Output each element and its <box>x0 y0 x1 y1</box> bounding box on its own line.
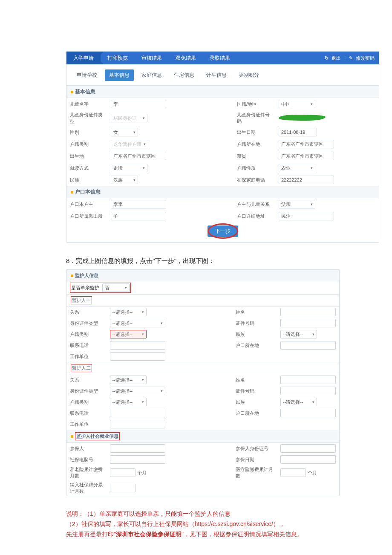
ss-form: 参保人 参保人身份证号 社保电脑号 参保日期 养老险累计缴费月数 个月 医疗险缴… <box>66 443 339 496</box>
ethnic-label: 民族 <box>66 174 107 186</box>
nav-item-admission-result[interactable]: 录取结果 <box>203 52 237 64</box>
g1-idno-input[interactable] <box>280 319 336 327</box>
study-mode-label: 就读方式 <box>66 162 107 174</box>
note-bold: 深圳市社会保险参保证明 <box>116 531 182 538</box>
note-line-3a: 先注册再登录打印" <box>66 531 116 538</box>
g2-idno-input[interactable] <box>280 387 336 395</box>
g2-ethnic-select[interactable]: --请选择--▾ <box>280 398 317 406</box>
g1-ethnic-select[interactable]: --请选择--▾ <box>280 330 317 338</box>
g1-hkloc-input[interactable] <box>280 341 336 350</box>
study-mode-select[interactable]: 走读▾ <box>111 164 147 172</box>
g1-relation-label: 关系 <box>66 306 107 318</box>
ss-date-label: 参保日期 <box>232 454 277 465</box>
dob-input[interactable] <box>279 128 317 136</box>
nationality-select[interactable]: 中国▾ <box>279 100 315 108</box>
g2-hkloc-label: 户口所在地 <box>232 408 277 419</box>
ss-insured-id-input[interactable] <box>280 444 336 453</box>
change-password-link[interactable]: 修改密码 <box>356 55 375 61</box>
single-parent-select[interactable]: 否▾ <box>102 283 130 292</box>
gender-select[interactable]: 女▾ <box>111 128 138 136</box>
station-label: 户口所属派出所 <box>66 210 107 222</box>
g1-work-input[interactable] <box>110 352 165 361</box>
g1-hukou-select[interactable]: --请选择--▾ <box>110 330 147 338</box>
g2-relation-select[interactable]: --请选择--▾ <box>110 376 147 384</box>
tab-basic-info[interactable]: 基本信息 <box>105 69 134 81</box>
step-8-text: 8．完成上图信息的填报，点击"下一步"，出现下图： <box>66 257 378 265</box>
tab-apply-school[interactable]: 申请学校 <box>72 69 101 81</box>
ss-section-header: 监护人社会就业信息 <box>66 430 339 443</box>
g2-idtype-select[interactable]: --请选择--▾ <box>110 387 165 395</box>
g1-name-label: 姓名 <box>232 306 277 318</box>
addr-label: 户口详细地址 <box>233 210 275 222</box>
g2-name-input[interactable] <box>280 376 336 384</box>
g2-work-input[interactable] <box>110 420 165 428</box>
ss-comp-input[interactable] <box>110 455 165 464</box>
logout-link[interactable]: 退出 <box>331 55 341 61</box>
head-input[interactable] <box>111 200 166 208</box>
g1-relation-select[interactable]: --请选择--▾ <box>110 308 147 316</box>
nav-separator: | <box>344 55 346 61</box>
screenshot-basic-info: 入学申请 打印预览 审核结果 双免结果 录取结果 退出 | 修改密码 申请学校 … <box>66 51 379 243</box>
ss-pension-label: 养老险累计缴费月数 <box>66 465 107 480</box>
tab-birth-info[interactable]: 计生信息 <box>202 69 231 81</box>
hukou-type-select[interactable]: 龙华暂住户籍▾ <box>111 140 148 148</box>
section-basic-info-header: 基本信息 <box>66 86 379 98</box>
g1-idno-label: 证件号码 <box>232 318 277 329</box>
birth-place-input[interactable] <box>111 152 166 160</box>
guardian1-form: 关系 --请选择--▾ 姓名 身份证件类型 --请选择--▾ 证件号码 户籍类别… <box>66 306 339 362</box>
logout-icon <box>325 55 330 61</box>
g2-phone-label: 联系电话 <box>66 408 107 419</box>
hukou-type-label: 户籍类别 <box>66 138 107 150</box>
ethnic-select[interactable]: 汉族▾ <box>111 176 138 184</box>
guardian-section-header: 监护人信息 <box>66 270 339 281</box>
nav-item-apply[interactable]: 入学申请 <box>66 52 101 64</box>
single-parent-row: 是否单亲监护 否▾ <box>66 281 339 294</box>
guardian2-header: 监护人二 <box>66 362 339 374</box>
ss-med-input[interactable] <box>280 468 306 477</box>
ss-date-input[interactable] <box>280 455 336 464</box>
ss-points-label: 纳入社保积分累计月数 <box>66 480 107 496</box>
idtype-select[interactable]: 居民身份证▾ <box>111 114 147 122</box>
idtype-label: 儿童身份证件类型 <box>66 110 107 126</box>
ss-med-label: 医疗险缴费累计月数 <box>232 465 277 480</box>
home-phone-label: 在深家庭电话 <box>233 174 275 186</box>
child-name-input[interactable] <box>111 100 166 108</box>
g2-hkloc-input[interactable] <box>280 409 336 417</box>
g2-hukou-label: 户籍类别 <box>66 396 107 408</box>
addr-input[interactable] <box>279 212 334 220</box>
screenshot-guardian-info: 监护人信息 是否单亲监护 否▾ 监护人一 关系 --请选择--▾ 姓名 身份证件… <box>66 269 340 496</box>
ss-points-input[interactable] <box>110 484 135 492</box>
hukou-form: 户口本户主 户主与儿童关系 父亲▾ 户口所属派出所 户口详细地址 <box>66 198 379 222</box>
g2-relation-label: 关系 <box>66 374 107 385</box>
guardian1-header: 监护人一 <box>66 294 339 306</box>
relation-select[interactable]: 父亲▾ <box>279 200 315 208</box>
hukou-nature-label: 户籍性质 <box>233 162 275 174</box>
nav-item-print-preview[interactable]: 打印预览 <box>101 52 135 64</box>
tabs-bar: 申请学校 基本信息 家庭信息 住房信息 计生信息 类别积分 <box>66 64 379 85</box>
g1-name-input[interactable] <box>280 308 336 316</box>
g2-work-label: 工作单位 <box>66 419 107 430</box>
basic-info-form: 儿童名字 国籍/地区 中国▾ 儿童身份证件类型 居民身份证▾ 儿童身份证件号码 … <box>66 98 379 186</box>
g2-phone-input[interactable] <box>110 409 165 417</box>
relation-label: 户主与儿童关系 <box>233 198 275 210</box>
native-label: 籍贯 <box>233 150 275 162</box>
tab-category-score[interactable]: 类别积分 <box>234 69 263 81</box>
tab-family-info[interactable]: 家庭信息 <box>137 69 166 81</box>
g1-ethnic-label: 民族 <box>232 329 277 340</box>
ss-insured-input[interactable] <box>110 444 165 453</box>
g1-phone-input[interactable] <box>110 341 165 350</box>
hukou-loc-label: 户籍所在地 <box>233 138 275 150</box>
native-input[interactable] <box>279 152 334 160</box>
hukou-loc-input[interactable] <box>279 140 334 148</box>
station-input[interactable] <box>111 212 166 220</box>
tab-housing-info[interactable]: 住房信息 <box>170 69 199 81</box>
g1-work-label: 工作单位 <box>66 351 107 362</box>
child-name-label: 儿童名字 <box>66 98 107 110</box>
g2-hukou-select[interactable]: --请选择--▾ <box>110 398 147 406</box>
nav-item-exempt-result[interactable]: 双免结果 <box>169 52 203 64</box>
ss-pension-input[interactable] <box>110 468 135 477</box>
nav-item-review-result[interactable]: 审核结果 <box>135 52 169 64</box>
home-phone-input[interactable] <box>279 176 334 184</box>
g1-idtype-select[interactable]: --请选择--▾ <box>110 319 165 327</box>
hukou-nature-select[interactable]: 农业▾ <box>279 164 315 172</box>
